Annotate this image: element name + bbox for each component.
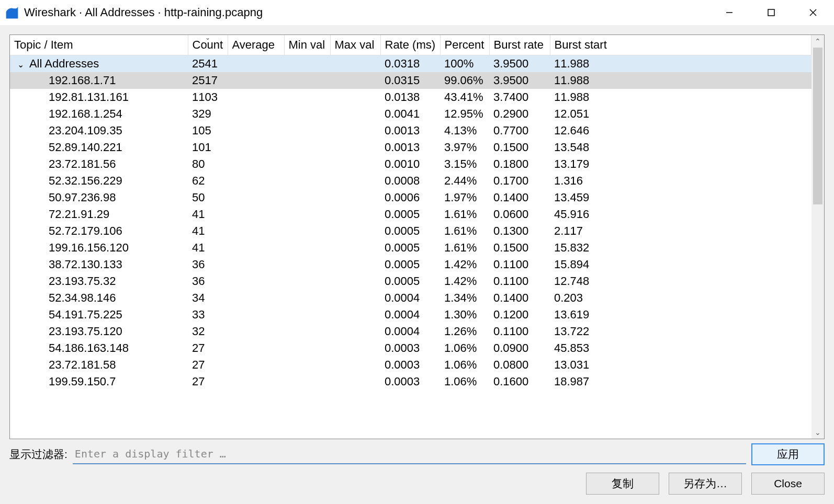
scroll-up-icon[interactable]: ⌃	[815, 35, 821, 48]
parent-topic: All Addresses	[29, 57, 99, 70]
col-burststart[interactable]: Burst start	[550, 35, 812, 55]
cell-burstrate: 0.1500	[489, 139, 550, 156]
cell-rate: 0.0008	[380, 173, 440, 189]
close-dialog-button[interactable]: Close	[751, 473, 825, 495]
vertical-scrollbar[interactable]: ⌃ ⌄	[812, 35, 824, 439]
parent-burstrate: 3.9500	[489, 55, 550, 73]
cell-topic: 192.168.1.254	[10, 106, 188, 122]
table-row[interactable]: 192.81.131.16111030.013843.41%3.740011.9…	[10, 89, 812, 106]
cell-count: 80	[188, 156, 228, 173]
expand-collapse-icon[interactable]: ⌄	[14, 60, 27, 70]
cell-burststart: 13.722	[550, 323, 812, 340]
cell-percent: 1.34%	[440, 290, 489, 306]
cell-count: 41	[188, 223, 228, 239]
col-topic[interactable]: Topic / Item	[10, 35, 188, 55]
cell-burststart: 13.619	[550, 306, 812, 323]
cell-topic: 54.191.75.225	[10, 306, 188, 323]
cell-topic: 50.97.236.98	[10, 189, 188, 206]
cell-percent: 1.61%	[440, 206, 489, 223]
table-row[interactable]: 199.16.156.120410.00051.61%0.150015.832	[10, 239, 812, 256]
table-row[interactable]: 72.21.91.29410.00051.61%0.060045.916	[10, 206, 812, 223]
cell-count: 329	[188, 106, 228, 122]
cell-percent: 1.06%	[440, 373, 489, 390]
col-percent[interactable]: Percent	[440, 35, 489, 55]
cell-topic: 52.32.156.229	[10, 173, 188, 189]
cell-percent: 1.61%	[440, 239, 489, 256]
cell-rate: 0.0003	[380, 373, 440, 390]
cell-count: 36	[188, 256, 228, 273]
cell-topic: 23.204.109.35	[10, 122, 188, 139]
cell-burststart: 12.646	[550, 122, 812, 139]
table-row[interactable]: 54.191.75.225330.00041.30%0.120013.619	[10, 306, 812, 323]
cell-burststart: 12.748	[550, 273, 812, 290]
cell-burstrate: 0.1500	[489, 239, 550, 256]
table-row[interactable]: 192.168.1.7125170.031599.06%3.950011.988	[10, 72, 812, 89]
cell-count: 34	[188, 290, 228, 306]
apply-button[interactable]: 应用	[751, 443, 825, 465]
cell-burststart: 2.117	[550, 223, 812, 239]
cell-burststart: 12.051	[550, 106, 812, 122]
cell-percent: 99.06%	[440, 72, 489, 89]
col-maxval[interactable]: Max val	[330, 35, 380, 55]
close-button[interactable]	[792, 0, 834, 25]
cell-rate: 0.0006	[380, 189, 440, 206]
cell-topic: 52.34.98.146	[10, 290, 188, 306]
display-filter-input[interactable]	[73, 444, 746, 464]
cell-topic: 192.81.131.161	[10, 89, 188, 106]
scrollbar-thumb[interactable]	[813, 48, 822, 204]
parent-count: 2541	[188, 55, 228, 73]
scroll-down-icon[interactable]: ⌄	[815, 426, 821, 439]
col-rate[interactable]: Rate (ms)	[380, 35, 440, 55]
table-row[interactable]: 52.32.156.229620.00082.44%0.17001.316	[10, 173, 812, 189]
cell-topic: 52.89.140.221	[10, 139, 188, 156]
table-row[interactable]: 54.186.163.148270.00031.06%0.090045.853	[10, 340, 812, 357]
cell-count: 50	[188, 189, 228, 206]
cell-count: 41	[188, 239, 228, 256]
cell-count: 27	[188, 373, 228, 390]
cell-count: 32	[188, 323, 228, 340]
table-row[interactable]: 23.72.181.56800.00103.15%0.180013.179	[10, 156, 812, 173]
window-title: Wireshark · All Addresses · http-raining…	[24, 6, 263, 19]
cell-burststart: 13.179	[550, 156, 812, 173]
table-row[interactable]: 199.59.150.7270.00031.06%0.160018.987	[10, 373, 812, 390]
table-row[interactable]: 192.168.1.2543290.004112.95%0.290012.051	[10, 106, 812, 122]
cell-burststart: 45.853	[550, 340, 812, 357]
cell-rate: 0.0013	[380, 139, 440, 156]
cell-burstrate: 0.0800	[489, 357, 550, 373]
cell-rate: 0.0315	[380, 72, 440, 89]
cell-topic: 199.59.150.7	[10, 373, 188, 390]
cell-count: 27	[188, 357, 228, 373]
cell-percent: 1.97%	[440, 189, 489, 206]
cell-topic: 38.72.130.133	[10, 256, 188, 273]
table-row[interactable]: 23.193.75.32360.00051.42%0.110012.748	[10, 273, 812, 290]
save-as-button[interactable]: 另存为…	[669, 473, 742, 495]
table-row[interactable]: 23.204.109.351050.00134.13%0.770012.646	[10, 122, 812, 139]
table-row[interactable]: 23.72.181.58270.00031.06%0.080013.031	[10, 357, 812, 373]
table-row[interactable]: 52.89.140.2211010.00133.97%0.150013.548	[10, 139, 812, 156]
col-average[interactable]: Average	[228, 35, 284, 55]
col-count[interactable]: ⌄Count	[188, 35, 228, 55]
cell-topic: 23.193.75.120	[10, 323, 188, 340]
window-controls	[708, 0, 834, 25]
table-row[interactable]: 52.34.98.146340.00041.34%0.14000.203	[10, 290, 812, 306]
cell-burstrate: 0.7700	[489, 122, 550, 139]
cell-burststart: 13.548	[550, 139, 812, 156]
minimize-button[interactable]	[708, 0, 750, 25]
col-minval[interactable]: Min val	[284, 35, 330, 55]
col-burstrate[interactable]: Burst rate	[489, 35, 550, 55]
table-row[interactable]: 23.193.75.120320.00041.26%0.110013.722	[10, 323, 812, 340]
copy-button[interactable]: 复制	[586, 473, 659, 495]
cell-count: 33	[188, 306, 228, 323]
table-row[interactable]: 52.72.179.106410.00051.61%0.13002.117	[10, 223, 812, 239]
table-row[interactable]: 38.72.130.133360.00051.42%0.110015.894	[10, 256, 812, 273]
filter-label: 显示过滤器:	[9, 447, 67, 462]
cell-rate: 0.0010	[380, 156, 440, 173]
cell-burstrate: 3.9500	[489, 72, 550, 89]
cell-burststart: 13.031	[550, 357, 812, 373]
table-row[interactable]: 50.97.236.98500.00061.97%0.140013.459	[10, 189, 812, 206]
maximize-button[interactable]	[750, 0, 792, 25]
cell-rate: 0.0005	[380, 239, 440, 256]
cell-rate: 0.0041	[380, 106, 440, 122]
cell-burststart: 18.987	[550, 373, 812, 390]
tree-parent-row[interactable]: ⌄ All Addresses 2541 0.0318 100% 3.9500 …	[10, 55, 812, 73]
